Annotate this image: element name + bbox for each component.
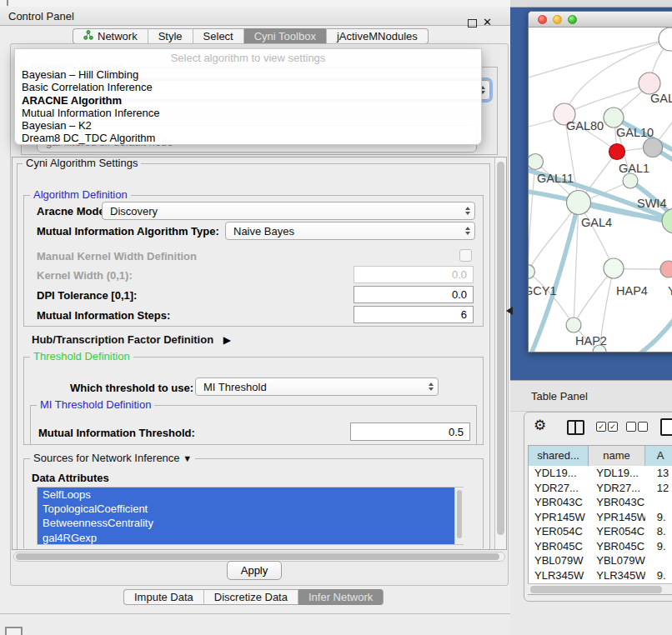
network-node-gal4[interactable]	[567, 191, 591, 215]
algorithm-option[interactable]: Bayesian – K2	[15, 119, 481, 132]
tab-cyni-toolbox[interactable]: Cyni Toolbox	[243, 28, 326, 44]
table-row[interactable]: YBR043CYBR043C	[529, 495, 672, 510]
top-strip	[0, 0, 510, 7]
manual-kernel-checkbox[interactable]	[459, 249, 472, 262]
network-window-titlebar[interactable]	[529, 12, 672, 28]
settings-vertical-scrollbar[interactable]	[494, 158, 506, 549]
zoom-traffic-light-icon[interactable]	[568, 15, 577, 24]
algorithm-dropdown-popup: Select algorithm to view settings Bayesi…	[14, 48, 482, 145]
network-node-gal1[interactable]	[609, 144, 625, 160]
algorithm-option[interactable]: Basic Correlation Inference	[15, 81, 481, 93]
float-window-icon[interactable]	[468, 19, 477, 28]
document-icon[interactable]	[660, 418, 672, 436]
sources-group-title[interactable]: Sources for Network Inference ▼	[30, 452, 195, 464]
scrollbar-thumb[interactable]	[457, 490, 462, 538]
table-cell: YLR345W	[589, 568, 645, 583]
tab-jactivemnodules[interactable]: jActiveMNodules	[326, 28, 429, 44]
mi-steps-field[interactable]: 6	[354, 306, 474, 323]
hub-definition-expander[interactable]: Hub/Transcription Factor Definition ▶	[32, 333, 231, 346]
network-node-y[interactable]	[660, 261, 672, 278]
checked-checkbox-icon[interactable]: ✓	[596, 422, 606, 432]
close-traffic-light-icon[interactable]	[538, 15, 547, 24]
split-columns-icon[interactable]	[567, 420, 584, 435]
aracne-mode-combobox[interactable]: Discovery	[102, 202, 475, 220]
table-row[interactable]: YDR27...YDR27...12	[529, 481, 672, 496]
tab-infer-network[interactable]: Infer Network	[298, 589, 384, 605]
attribute-list-item[interactable]: TopologicalCoefficient	[38, 502, 463, 516]
apply-button[interactable]: Apply	[227, 561, 282, 580]
attribute-list-item[interactable]: SelfLoops	[38, 488, 463, 502]
attribute-list-scrollbar[interactable]	[454, 488, 464, 544]
network-node[interactable]	[662, 208, 672, 233]
scrollbar-thumb[interactable]	[16, 553, 499, 560]
mi-type-combobox[interactable]: Naive Bayes	[225, 222, 475, 240]
tab-label: Cyni Toolbox	[254, 30, 316, 42]
dropdown-placeholder: Select algorithm to view settings	[15, 49, 481, 68]
tab-network[interactable]: Network	[73, 28, 148, 44]
node-label: HAP4	[616, 284, 648, 298]
mi-type-value: Naive Bayes	[233, 225, 294, 238]
table-row[interactable]: YBR045CYBR045C9.	[529, 539, 672, 554]
splitpane-collapse-arrow[interactable]	[506, 307, 513, 315]
table-panel-titlebar: Table Panel	[510, 380, 672, 412]
scrollbar-thumb[interactable]	[497, 162, 504, 535]
table-cell	[645, 553, 672, 568]
which-threshold-combobox[interactable]: MI Threshold	[195, 378, 439, 396]
algorithm-option[interactable]: Mutual Information Inference	[15, 107, 481, 119]
tab-style[interactable]: Style	[148, 28, 193, 44]
attribute-list-item[interactable]: gal4RGexp	[38, 531, 463, 545]
network-node-hap4[interactable]	[604, 258, 624, 278]
mi-threshold-value: 0.5	[449, 426, 464, 438]
network-node-swi4[interactable]	[623, 173, 638, 188]
network-node-hap2[interactable]	[566, 318, 581, 332]
column-header-name[interactable]: name	[589, 446, 644, 466]
table-cell: YER054C	[589, 524, 645, 539]
table-row[interactable]: YBL079WYBL079W	[529, 553, 672, 568]
scrollbar-thumb[interactable]	[530, 586, 662, 593]
algorithm-definition-title: Algorithm Definition	[30, 189, 131, 201]
minimize-traffic-light-icon[interactable]	[553, 15, 562, 24]
tab-impute-data[interactable]: Impute Data	[123, 589, 203, 605]
node-label: GAL4	[581, 216, 612, 229]
expand-arrow-icon: ▶	[223, 334, 231, 346]
column-header-partial[interactable]: A	[645, 446, 672, 466]
table-horizontal-scrollbar[interactable]	[528, 583, 672, 594]
table-row[interactable]: YER054CYER054C8.	[529, 524, 672, 539]
mi-type-label: Mutual Information Algorithm Type:	[37, 225, 219, 238]
checked-checkbox-icon[interactable]: ✓	[608, 422, 618, 432]
tab-discretize-data[interactable]: Discretize Data	[203, 589, 298, 605]
kernel-width-field[interactable]: 0.0	[354, 266, 474, 283]
data-attributes-list[interactable]: SelfLoopsTopologicalCoefficientBetweenne…	[37, 487, 464, 545]
column-header-shared-name[interactable]: shared...	[529, 446, 589, 466]
algorithm-option[interactable]: Bayesian – Hill Climbing	[15, 68, 481, 81]
mi-threshold-definition-title: MI Threshold Definition	[37, 399, 154, 411]
unchecked-checkbox-icon[interactable]	[638, 422, 648, 432]
tab-select[interactable]: Select	[193, 28, 243, 44]
dpi-tolerance-value: 0.0	[452, 288, 467, 301]
table-row[interactable]: YLR345WYLR345W9.	[529, 568, 672, 583]
combo-arrows-icon	[465, 227, 470, 235]
mi-threshold-field[interactable]: 0.5	[350, 422, 470, 441]
cyni-bottom-tabs: Impute Data Discretize Data Infer Networ…	[123, 589, 384, 605]
table-row[interactable]: YDL19...YDL19...13	[529, 466, 672, 481]
close-icon[interactable]: ✕	[483, 16, 492, 28]
attribute-list-item[interactable]: BetweennessCentrality	[38, 516, 463, 530]
network-icon	[83, 30, 93, 42]
node-label: Y	[668, 284, 672, 298]
network-node[interactable]	[659, 28, 672, 51]
network-canvas[interactable]: GALGAL80GAL10GAL1GAL11SWI4GAL4GCY1HAP4YH…	[529, 28, 672, 352]
unchecked-checkbox-icon[interactable]	[626, 422, 636, 432]
collapsed-panel-icon[interactable]	[5, 627, 23, 635]
network-node[interactable]	[644, 138, 663, 158]
table-row[interactable]: YPR145WYPR145W9.	[529, 510, 672, 525]
algorithm-option[interactable]: Dream8 DC_TDC Algorithm	[15, 132, 481, 144]
network-window[interactable]: GALGAL80GAL10GAL1GAL11SWI4GAL4GCY1HAP4YH…	[528, 11, 672, 352]
gear-icon[interactable]: ⚙	[534, 418, 546, 434]
dpi-tolerance-field[interactable]: 0.0	[354, 286, 474, 303]
network-node-gal11[interactable]	[529, 154, 544, 170]
aracne-mode-label: Aracne Mode:	[37, 205, 108, 218]
algorithm-option[interactable]: ARACNE Algorithm	[15, 94, 481, 107]
mi-threshold-label: Mutual Information Threshold:	[38, 427, 195, 439]
combo-arrows-icon	[465, 207, 470, 215]
network-node-gal10[interactable]	[604, 108, 624, 128]
